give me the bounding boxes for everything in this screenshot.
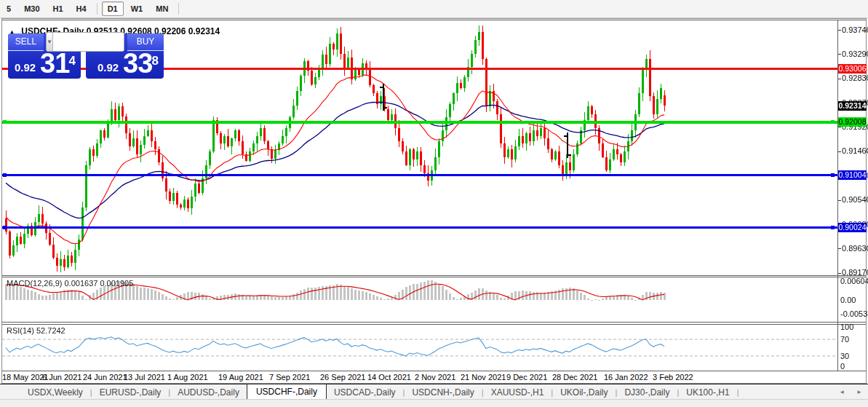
price-tick-mark — [838, 127, 841, 127]
price-tick-mark — [838, 79, 841, 79]
price-tick-label: 0.89630 — [842, 244, 868, 253]
price-tick-label: 0.93290 — [842, 50, 868, 58]
tab-scroll-right-icon[interactable]: ► — [851, 389, 868, 395]
price-level-box-0.92008: 0.92008 — [838, 117, 867, 127]
price-level-box-0.93006: 0.93006 — [838, 64, 867, 74]
ohlc-close: 0.92314 — [188, 26, 220, 36]
buy-price-pip-digit: 8 — [152, 54, 159, 68]
date-axis-label: 21 Nov 2021 — [461, 373, 506, 382]
macd-label: MACD(12,26,9) 0.001637 0.001905 — [7, 279, 133, 288]
price-tick-label: 0.90540 — [842, 195, 868, 204]
chart-tab-audusd[interactable]: AUDUSD-,Daily — [170, 386, 247, 400]
rsi-pane-bottom-border — [2, 371, 866, 371]
timeframe-button-d1[interactable]: D1 — [102, 1, 124, 16]
price-level-box-0.90024: 0.90024 — [838, 223, 867, 232]
macd-value: 0.001637 — [64, 279, 97, 288]
volume-decrease-button[interactable]: ▼ — [47, 33, 53, 51]
price-tick-label: 0.91460 — [842, 146, 868, 155]
one-click-trading-panel: SELL 0.92 31 4 BUY 0.92 33 8 ▼ ▲ — [8, 32, 164, 80]
price-tick-mark — [838, 200, 841, 201]
hline-handle-left[interactable] — [3, 226, 7, 229]
date-axis-label: 9 Dec 2021 — [506, 373, 547, 382]
date-axis-label: 6 Jun 2021 — [42, 373, 81, 382]
rsi-value: 52.7242 — [36, 326, 65, 335]
timeframe-button-mn[interactable]: MN — [150, 1, 174, 16]
macd-axis-label: 0.00 — [840, 296, 856, 304]
date-axis-label: 13 Jul 2021 — [124, 373, 165, 382]
chart-tab-usdcad[interactable]: USDCAD-,Daily — [327, 386, 403, 400]
main-pane-bottom-border — [2, 275, 866, 276]
tab-scroll-left-icon[interactable]: ◄ — [833, 389, 851, 395]
sell-button[interactable]: SELL — [8, 33, 44, 51]
date-axis-label: 19 Aug 2021 — [218, 373, 263, 382]
mt4-window: 5M30H1H4D1W1MN ▲ USDCHF-,Daily 0.92513 0… — [0, 0, 868, 407]
toolbar-separator — [178, 3, 179, 15]
date-axis-label: 16 Jan 2022 — [604, 373, 648, 382]
hline-object-0.91004[interactable] — [2, 174, 837, 176]
rsi-axis-label: 30 — [840, 352, 849, 360]
rsi-label: RSI(14) 52.7242 — [7, 326, 65, 335]
date-axis-label: 1 Aug 2021 — [167, 373, 208, 382]
timeframe-button-5[interactable]: 5 — [1, 1, 17, 16]
macd-axis-label: -0.005383 — [840, 309, 868, 318]
status-strip — [0, 399, 868, 407]
date-axis-label: 26 Sep 2021 — [320, 373, 365, 382]
hline-handle-right[interactable] — [831, 120, 835, 124]
timeframe-button-h1[interactable]: H1 — [47, 1, 69, 16]
hline-object-0.90024[interactable] — [2, 226, 837, 229]
price-tick-mark — [838, 151, 841, 152]
sell-price-prefix: 0.92 — [15, 61, 36, 74]
buy-price-display: 0.92 33 8 — [86, 51, 164, 79]
price-level-box-0.91004: 0.91004 — [838, 170, 867, 180]
date-axis-label: 2 Nov 2021 — [415, 373, 455, 382]
hline-handle-left[interactable] — [3, 120, 7, 124]
date-axis-label: 3 Feb 2022 — [653, 373, 693, 382]
sell-price-pip-digit: 4 — [69, 54, 76, 68]
price-tick-label: 0.93740 — [842, 25, 868, 34]
tab-separator: | — [737, 388, 739, 397]
current-price-box: 0.92314 — [838, 101, 867, 111]
hline-handle-left[interactable] — [3, 173, 7, 177]
date-axis-label: 24 Jun 2021 — [83, 373, 127, 382]
chart-tab-xauusd[interactable]: XAUUSD-,H1 — [484, 386, 552, 400]
rsi-indicator-chart[interactable] — [2, 325, 837, 371]
chart-tab-usdx[interactable]: USDX,Weekly — [20, 386, 90, 400]
chart-tab-uk100[interactable]: UK100-,H1 — [679, 386, 736, 400]
toolbar-separator — [97, 3, 97, 15]
sell-price-big-digits: 31 — [40, 48, 69, 79]
chart-tab-dj30[interactable]: DJ30-,Daily — [617, 386, 677, 400]
price-tick-mark — [838, 273, 841, 274]
timeframe-button-m30[interactable]: M30 — [18, 1, 45, 16]
timeframe-toolbar: 5M30H1H4D1W1MN — [0, 0, 868, 18]
chart-tab-bar: USDX,Weekly|EURUSD-,Daily|AUDUSD-,DailyU… — [0, 384, 868, 400]
price-tick-mark — [838, 30, 841, 31]
price-tick-mark — [838, 54, 841, 55]
rsi-axis-label: 70 — [840, 335, 849, 344]
timeframe-button-h4[interactable]: H4 — [71, 1, 92, 16]
buy-price-prefix: 0.92 — [97, 61, 119, 74]
macd-pane-bottom-border — [2, 322, 866, 323]
hline-handle-right[interactable] — [831, 226, 835, 229]
timeframe-button-w1[interactable]: W1 — [125, 1, 149, 16]
chart-tab-usdchf[interactable]: USDCHF-,Daily — [247, 384, 327, 400]
macd-name: MACD(12,26,9) — [7, 279, 62, 288]
hline-object-0.92008[interactable] — [2, 121, 837, 124]
hline-handle-right[interactable] — [831, 173, 835, 177]
rsi-axis-label: 0 — [840, 362, 845, 371]
macd-signal-value: 0.001905 — [100, 279, 133, 288]
price-tick-label: 0.92830 — [842, 74, 868, 82]
buy-price-big-digits: 33 — [123, 48, 152, 79]
date-axis-label: 14 Oct 2021 — [367, 373, 411, 382]
chart-tab-eurusd[interactable]: EURUSD-,Daily — [92, 386, 169, 400]
macd-axis-label: 0.006045 — [840, 277, 868, 285]
volume-input[interactable] — [53, 33, 124, 51]
date-axis-label: 7 Sep 2021 — [269, 373, 310, 382]
price-tick-mark — [838, 248, 841, 249]
chart-tab-ukoil[interactable]: UKOil-,Daily — [553, 386, 615, 400]
volume-spinner: ▼ ▲ — [46, 32, 124, 52]
rsi-axis-label: 100 — [840, 323, 853, 331]
date-axis-label: 28 Dec 2021 — [552, 373, 597, 382]
chart-tab-usdcnh[interactable]: USDCNH-,Daily — [405, 386, 481, 400]
sell-price-display: 0.92 31 4 — [8, 51, 81, 79]
rsi-name: RSI(14) — [7, 326, 34, 335]
